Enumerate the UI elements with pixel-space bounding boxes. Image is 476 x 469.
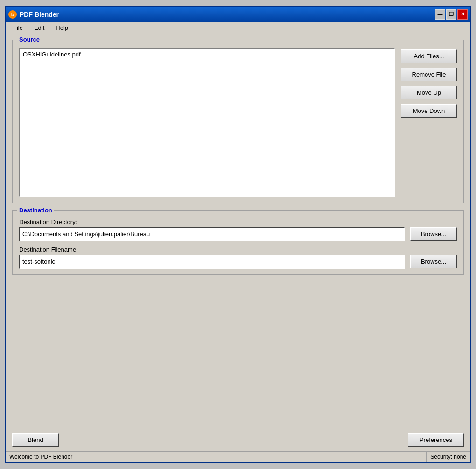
destination-label: Destination: [17, 207, 54, 214]
add-files-button[interactable]: Add Files...: [401, 49, 457, 63]
filename-browse-button[interactable]: Browse...: [410, 255, 457, 268]
file-list[interactable]: OSXHIGuidelines.pdf: [19, 48, 395, 197]
destination-content: Destination Directory: Browse... Destina…: [19, 218, 457, 269]
filename-row: Browse...: [19, 255, 457, 269]
move-down-button[interactable]: Move Down: [401, 104, 457, 118]
source-section: Source OSXHIGuidelines.pdf Add Files... …: [12, 40, 464, 203]
preferences-button[interactable]: Preferences: [408, 433, 464, 447]
status-security: Security: none: [427, 452, 470, 462]
source-label: Source: [17, 36, 42, 43]
menu-file[interactable]: File: [9, 23, 27, 32]
directory-row: Browse...: [19, 227, 457, 241]
destination-section: Destination Destination Directory: Brows…: [12, 210, 464, 275]
filename-input[interactable]: [19, 255, 405, 269]
minimize-button[interactable]: —: [435, 9, 445, 20]
source-buttons: Add Files... Remove File Move Up Move Do…: [401, 48, 457, 197]
main-window: b PDF Blender — ❐ ✕ File Edit Help Sourc…: [5, 6, 471, 463]
restore-button[interactable]: ❐: [446, 9, 456, 20]
source-content: OSXHIGuidelines.pdf Add Files... Remove …: [19, 48, 457, 197]
menu-bar: File Edit Help: [6, 22, 470, 34]
app-icon: b: [8, 10, 17, 19]
menu-edit[interactable]: Edit: [30, 23, 48, 32]
title-bar: b PDF Blender — ❐ ✕: [6, 7, 470, 22]
status-bar: Welcome to PDF Blender Security: none: [6, 451, 470, 462]
remove-file-button[interactable]: Remove File: [401, 68, 457, 81]
directory-label: Destination Directory:: [19, 218, 457, 225]
menu-help[interactable]: Help: [52, 23, 72, 32]
filename-label: Destination Filename:: [19, 246, 457, 253]
move-up-button[interactable]: Move Up: [401, 86, 457, 99]
blend-button[interactable]: Blend: [12, 433, 59, 447]
list-item: OSXHIGuidelines.pdf: [22, 50, 392, 58]
window-controls: — ❐ ✕: [435, 9, 468, 20]
directory-group: Destination Directory: Browse...: [19, 218, 457, 241]
directory-browse-button[interactable]: Browse...: [410, 227, 457, 241]
window-title: PDF Blender: [20, 11, 432, 18]
bottom-buttons: Blend Preferences: [6, 429, 470, 451]
main-content: Source OSXHIGuidelines.pdf Add Files... …: [6, 34, 470, 429]
filename-group: Destination Filename: Browse...: [19, 246, 457, 269]
status-welcome: Welcome to PDF Blender: [6, 452, 427, 462]
directory-input[interactable]: [19, 227, 405, 241]
close-button[interactable]: ✕: [457, 9, 468, 20]
